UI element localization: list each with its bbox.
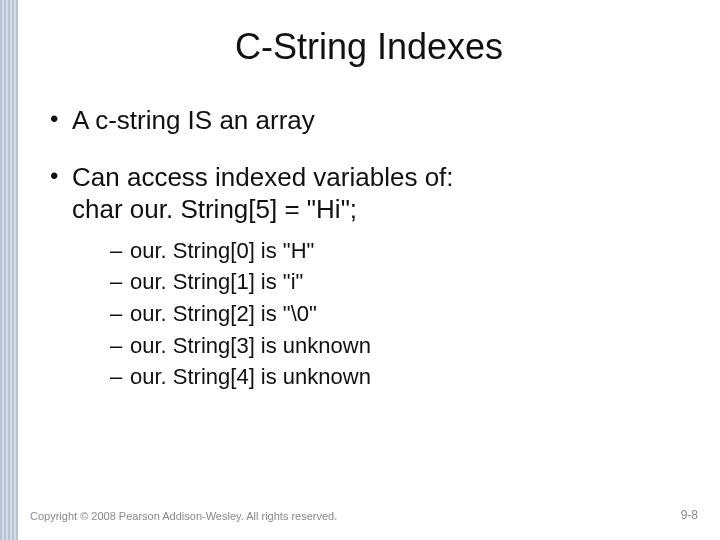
sub-bullet-text: our. String[0] is "H" — [130, 238, 314, 263]
page-number: 9-8 — [681, 508, 698, 522]
bullet-item: A c-string IS an array — [46, 104, 692, 137]
sub-bullet-text: our. String[1] is "i" — [130, 269, 303, 294]
sub-bullet-item: our. String[0] is "H" — [110, 236, 692, 266]
bullet-subline: char our. String[5] = "Hi"; — [72, 193, 692, 226]
slide-title: C-String Indexes — [46, 26, 692, 68]
sub-bullet-item: our. String[4] is unknown — [110, 362, 692, 392]
decorative-left-strip — [0, 0, 18, 540]
bullet-text: A c-string IS an array — [72, 105, 315, 135]
sub-bullet-item: our. String[1] is "i" — [110, 267, 692, 297]
sub-bullet-text: our. String[3] is unknown — [130, 333, 371, 358]
copyright-footer: Copyright © 2008 Pearson Addison-Wesley.… — [30, 510, 337, 522]
sub-bullet-list: our. String[0] is "H" our. String[1] is … — [72, 236, 692, 392]
sub-bullet-text: our. String[4] is unknown — [130, 364, 371, 389]
sub-bullet-item: our. String[2] is "\0" — [110, 299, 692, 329]
bullet-item: Can access indexed variables of: char ou… — [46, 161, 692, 392]
bullet-text: Can access indexed variables of: — [72, 162, 454, 192]
bullet-list: A c-string IS an array Can access indexe… — [46, 104, 692, 392]
sub-bullet-item: our. String[3] is unknown — [110, 331, 692, 361]
slide: C-String Indexes A c-string IS an array … — [18, 0, 720, 540]
sub-bullet-text: our. String[2] is "\0" — [130, 301, 317, 326]
